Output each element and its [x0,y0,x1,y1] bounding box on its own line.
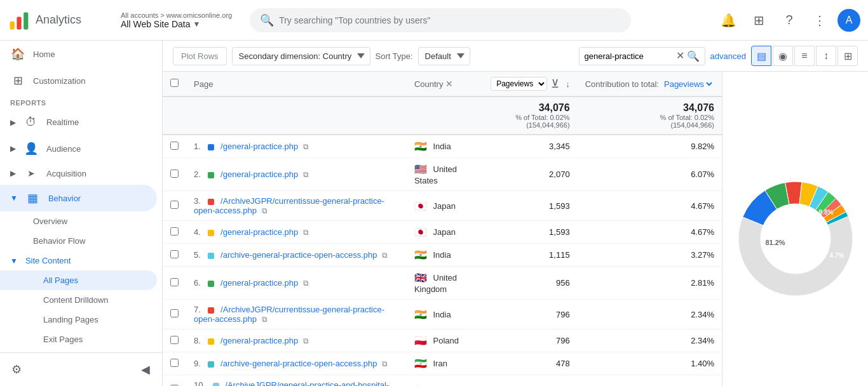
row-color-dot [208,199,214,205]
content-area: Plot Rows Secondary dimension: Country S… [163,41,868,386]
sidebar-item-content-drilldown[interactable]: Content Drilldown [0,290,157,310]
sidebar-item-audience[interactable]: ▶ 👤 Audience [0,135,157,162]
search-filter-input[interactable] [585,51,674,61]
contribution-label: Contribution to total: [585,79,659,89]
copy-icon[interactable]: ⧉ [303,142,309,151]
summary-contribution-value: 34,076 [683,102,714,113]
pageviews-sort-icon[interactable]: ⊻ [551,77,559,91]
account-name[interactable]: All Web Site Data ▼ [121,19,232,29]
user-avatar[interactable]: A [837,9,860,32]
settings-button[interactable]: ⚙ [5,358,28,381]
sidebar-item-home[interactable]: 🏠 Home [0,41,157,67]
row-color-dot [208,361,214,368]
th-page: Page [186,72,407,96]
help-button[interactable]: ? [776,8,802,33]
sidebar-item-overview[interactable]: Overview [0,211,157,231]
page-link[interactable]: /ArchiveJGPR/general-practice-and-hospit… [194,380,389,386]
copy-icon[interactable]: ⧉ [262,315,268,324]
sidebar-item-customization[interactable]: ⊞ Customization [0,67,157,94]
secondary-dimension-select[interactable]: Secondary dimension: Country [232,47,370,65]
copy-icon[interactable]: ⧉ [303,228,309,237]
row-country-cell: 🇮🇳 India [407,244,483,267]
page-link[interactable]: /general-practice.php [220,278,298,288]
row-checkbox-4[interactable] [170,250,179,258]
th-pageviews[interactable]: Pageviews ⊻ ↓ [483,72,578,96]
account-breadcrumb: All accounts > www.omicsonline.org [121,11,232,19]
sidebar-item-realtime[interactable]: ▶ ⏱ Realtime [0,109,157,135]
row-checkbox-cell [163,300,186,329]
page-link[interactable]: /general-practice.php [220,227,298,237]
select-all-checkbox[interactable] [170,79,179,87]
row-checkbox-6[interactable] [170,309,179,317]
pivot-view-button[interactable]: ⊞ [837,46,858,66]
page-link[interactable]: /archive-general-practice-open-access.ph… [220,359,377,368]
row-contribution-cell: 2.34% [578,329,722,352]
account-info[interactable]: All accounts > www.omicsonline.org All W… [121,11,232,29]
row-checkbox-2[interactable] [170,201,179,209]
row-checkbox-1[interactable] [170,170,179,178]
sidebar-item-acquisition[interactable]: ▶ ➤ Acquisition [0,162,157,185]
advanced-link[interactable]: advanced [710,51,746,61]
page-link[interactable]: /ArchiveJGPR/currentissue-general-practi… [194,196,384,215]
sidebar-item-behavior[interactable]: ▼ ▦ Behavior [0,185,157,211]
sidebar-item-all-pages[interactable]: All Pages [0,270,157,290]
global-search-input[interactable] [279,15,621,25]
more-options-button[interactable]: ⋮ [807,8,832,33]
sort-type-select[interactable]: Default [418,47,470,65]
bar-view-button[interactable]: ≡ [794,46,815,66]
row-checkbox-7[interactable] [170,336,179,344]
copy-icon[interactable]: ⧉ [382,251,388,260]
notifications-button[interactable]: 🔔 [715,8,741,33]
sidebar-item-landing-pages[interactable]: Landing Pages [0,310,157,329]
remove-country-filter-icon[interactable]: ✕ [445,79,453,89]
row-contribution-cell: 6.07% [578,158,722,191]
row-pageviews-cell: 2,070 [483,158,578,191]
row-checkbox-5[interactable] [170,278,179,286]
row-color-dot [208,281,214,287]
sidebar-acquisition-label: Acquisition [46,169,86,178]
contribution-metric-select[interactable]: Pageviews [661,79,714,90]
page-link[interactable]: /archive-general-practice-open-access.ph… [220,250,377,260]
row-checkbox-8[interactable] [170,359,179,367]
summary-ref: (154,044,966) [491,121,570,129]
summary-pageviews-cell: 34,076 % of Total: 0.02% (154,044,966) [483,96,578,135]
sidebar-item-behavior-flow[interactable]: Behavior Flow [0,231,157,251]
copy-icon[interactable]: ⧉ [262,206,268,215]
global-search-bar[interactable]: 🔍 [250,8,631,32]
country-flag-icon: 🇯🇵 [414,201,427,211]
sidebar-item-exit-pages[interactable]: Exit Pages [0,329,157,349]
page-link[interactable]: /ArchiveJGPR/currentissue-general-practi… [194,305,384,324]
row-checkbox-3[interactable] [170,227,179,236]
copy-icon[interactable]: ⧉ [303,170,309,179]
page-link[interactable]: /general-practice.php [220,170,298,179]
copy-icon[interactable]: ⧉ [303,336,309,345]
pageviews-metric-select[interactable]: Pageviews [491,77,547,91]
row-checkbox-cell [163,375,186,386]
th-contribution: Contribution to total: Pageviews [578,72,722,96]
sidebar: 🏠 Home ⊞ Customization REPORTS ▶ ⏱ Realt… [0,41,163,386]
country-name: Iran [433,359,447,368]
page-link[interactable]: /general-practice.php [220,336,298,345]
row-checkbox-cell [163,135,186,158]
apps-grid-button[interactable]: ⊞ [746,8,771,33]
clear-search-icon[interactable]: ✕ [676,51,684,61]
table-view-button[interactable]: ▤ [751,46,771,66]
th-checkbox [163,72,186,96]
search-filter[interactable]: ✕ 🔍 [579,47,705,65]
copy-icon[interactable]: ⧉ [303,279,309,288]
collapse-sidebar-button[interactable]: ◀ [134,358,157,381]
country-name: India [433,310,451,319]
search-filter-icon[interactable]: 🔍 [687,50,700,62]
page-link[interactable]: /general-practice.php [220,142,298,151]
plot-rows-button[interactable]: Plot Rows [173,47,227,65]
table-row: 2. /general-practice.php ⧉ 🇺🇸 United Sta… [163,158,722,191]
comparison-view-button[interactable]: ↕ [816,46,836,66]
sidebar-item-site-content[interactable]: ▼ Site Content [0,251,162,270]
svg-rect-1 [17,17,21,29]
copy-icon[interactable]: ⧉ [382,359,388,368]
data-table: Page Country ✕ [163,72,722,386]
row-checkbox-0[interactable] [170,142,179,150]
audience-expand-icon: ▶ [10,144,16,153]
pie-view-button[interactable]: ◉ [773,46,793,66]
row-number: 6. [194,278,201,288]
